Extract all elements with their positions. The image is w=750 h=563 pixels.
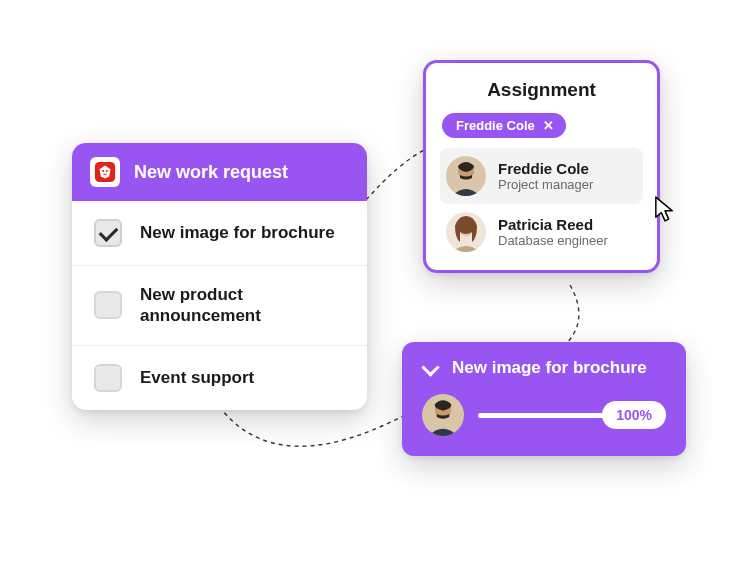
assignee-chip[interactable]: Freddie Cole ✕ [442, 113, 566, 138]
person-role: Database engineer [498, 233, 608, 248]
work-request-item[interactable]: New image for brochure [72, 201, 367, 265]
svg-point-1 [102, 170, 104, 172]
close-icon[interactable]: ✕ [543, 119, 554, 132]
work-request-item-label: Event support [140, 367, 254, 388]
chevron-down-icon[interactable] [422, 363, 438, 373]
progress-row: 100% [422, 394, 666, 436]
avatar [446, 156, 486, 196]
avatar [446, 212, 486, 252]
work-request-item-label: New product announcement [140, 284, 345, 327]
progress-card: New image for brochure 100% [402, 342, 686, 456]
assignment-card: Assignment Freddie Cole ✕ Freddie Cole P… [423, 60, 660, 273]
person-role: Project manager [498, 177, 593, 192]
person-row[interactable]: Freddie Cole Project manager [440, 148, 643, 204]
progress-bar-fill [478, 413, 604, 418]
checkbox-icon[interactable] [94, 291, 122, 319]
person-name: Patricia Reed [498, 216, 608, 233]
checkbox-icon[interactable] [94, 364, 122, 392]
person-name: Freddie Cole [498, 160, 593, 177]
progress-bar: 100% [478, 401, 666, 429]
work-request-header: New work request [72, 143, 367, 201]
avatar [422, 394, 464, 436]
progress-title: New image for brochure [452, 358, 647, 378]
work-request-list: New image for brochure New product annou… [72, 201, 367, 410]
progress-percent: 100% [602, 401, 666, 429]
work-request-item-label: New image for brochure [140, 222, 335, 243]
work-request-card: New work request New image for brochure … [72, 143, 367, 410]
svg-point-2 [106, 170, 108, 172]
assignee-chip-label: Freddie Cole [456, 118, 535, 133]
progress-header[interactable]: New image for brochure [422, 358, 666, 378]
checkbox-icon[interactable] [94, 219, 122, 247]
app-icon [90, 157, 120, 187]
assignment-title: Assignment [440, 79, 643, 101]
person-row[interactable]: Patricia Reed Database engineer [440, 204, 643, 260]
work-request-item[interactable]: New product announcement [72, 265, 367, 345]
work-request-title: New work request [134, 162, 288, 183]
work-request-item[interactable]: Event support [72, 345, 367, 410]
